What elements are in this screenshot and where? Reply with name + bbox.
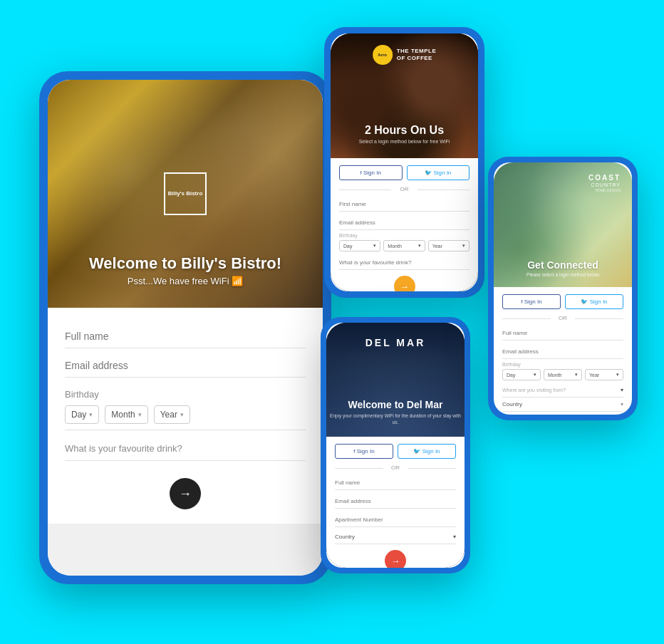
phone1-device: Billy's Bistro Welcome to Billy's Bistro… xyxy=(39,71,331,584)
billys-bistro-logo: Billy's Bistro xyxy=(164,172,207,215)
phone3-device: DEL MAR Welcome to Del Mar Enjoy your co… xyxy=(321,317,470,573)
phone2-title-section: 2 Hours On Us Select a login method belo… xyxy=(331,124,478,144)
phone2-form: f Sign In 🐦 Sign In OR Birthday Day▾ Mon… xyxy=(331,158,478,291)
phone4-birthday-label: Birthday xyxy=(502,362,623,367)
phone3-email-input[interactable] xyxy=(335,494,456,509)
year-chevron-icon: ▾ xyxy=(180,411,184,418)
phone2-birthday-label: Birthday xyxy=(339,233,470,238)
phone2-day-select[interactable]: Day▾ xyxy=(339,240,380,251)
or-divider: OR xyxy=(339,186,470,192)
year-select[interactable]: Year ▾ xyxy=(154,405,190,424)
phone4-email-input[interactable] xyxy=(502,345,623,359)
phone2-birthday-row: Day▾ Month▾ Year▾ xyxy=(339,240,470,251)
phone4-facebook-button[interactable]: f Sign In xyxy=(502,294,561,309)
phone2-frame: Arro THE TEMPLE OF COFFEE 2 Hours On Us … xyxy=(331,33,478,291)
fullname-input[interactable] xyxy=(65,331,306,342)
phone1-screen: Billy's Bistro Welcome to Billy's Bistro… xyxy=(48,80,323,576)
day-chevron-icon: ▾ xyxy=(89,411,93,418)
month-chevron-icon: ▾ xyxy=(138,411,142,418)
phone1-background: Billy's Bistro Welcome to Billy's Bistro… xyxy=(48,80,323,308)
month-select[interactable]: Month ▾ xyxy=(105,405,147,424)
phone2-email-input[interactable] xyxy=(339,216,470,230)
social-buttons: f Sign In 🐦 Sign In xyxy=(339,165,470,180)
favourite-field[interactable]: What is your favourite drink? xyxy=(65,433,306,461)
phone4-year-select[interactable]: Year▾ xyxy=(585,369,623,380)
coast-connect-subtitle: Please select a login method below xyxy=(494,272,632,277)
phone4-frame: COAST COUNTRY HOME DESIGN Get Connected … xyxy=(494,162,632,415)
phone4-country-select[interactable]: Where are you visiting from? ▾ xyxy=(502,383,623,398)
phone1-welcome-title: Welcome to Billy's Bistro! xyxy=(48,254,323,273)
phone1-form: Birthday Day ▾ Month ▾ Year ▾ xyxy=(48,308,323,524)
coast-country-logo: COAST COUNTRY HOME DESIGN xyxy=(588,174,621,192)
phone3-social-buttons: f Sign In 🐦 Sign In xyxy=(335,444,456,459)
phone2-background: Arro THE TEMPLE OF COFFEE 2 Hours On Us … xyxy=(331,33,478,158)
arro-badge: Arro xyxy=(373,45,393,65)
delmar-logo: DEL MAR xyxy=(365,337,426,348)
phone4-title-section: Get Connected Please select a login meth… xyxy=(494,259,632,277)
phone3-facebook-button[interactable]: f Sign In xyxy=(335,444,393,459)
phone3-submit-button[interactable]: → xyxy=(385,550,406,568)
phone4-form: f Sign In 🐦 Sign In OR Birthday Day▾ Mon… xyxy=(494,287,632,415)
phone1-frame: Billy's Bistro Welcome to Billy's Bistro… xyxy=(48,80,323,576)
phone3-country-select[interactable]: Country ▾ xyxy=(335,530,456,544)
phone4-country-chevron-icon: ▾ xyxy=(621,387,623,393)
phone3-twitter-button[interactable]: 🐦 Sign In xyxy=(398,444,456,459)
facebook-signin-button[interactable]: f Sign In xyxy=(339,165,403,180)
email-input[interactable] xyxy=(65,360,306,371)
hours-title: 2 Hours On Us xyxy=(331,124,478,137)
phone2-year-select[interactable]: Year▾ xyxy=(428,240,470,251)
birthday-field: Birthday Day ▾ Month ▾ Year ▾ xyxy=(65,380,306,430)
phone2-screen: Arro THE TEMPLE OF COFFEE 2 Hours On Us … xyxy=(331,33,478,291)
phone2-firstname-input[interactable] xyxy=(339,197,470,212)
phone3-screen: DEL MAR Welcome to Del Mar Enjoy your co… xyxy=(326,323,465,568)
birthday-label: Birthday xyxy=(65,389,306,400)
phone3-title-section: Welcome to Del Mar Enjoy your compliment… xyxy=(326,399,465,425)
phone3-apartment-input[interactable] xyxy=(335,513,456,527)
temple-brand-text: THE TEMPLE OF COFFEE xyxy=(397,48,437,63)
coast-connect-title: Get Connected xyxy=(494,259,632,271)
phone3-country-chevron-icon: ▾ xyxy=(453,534,456,540)
phone3-background: DEL MAR Welcome to Del Mar Enjoy your co… xyxy=(326,323,465,437)
phone4-or-divider: OR xyxy=(502,315,623,321)
phone4-birthday-row: Day▾ Month▾ Year▾ xyxy=(502,369,623,380)
phone4-twitter-button[interactable]: 🐦 Sign In xyxy=(565,294,623,309)
phone2-month-select[interactable]: Month▾ xyxy=(383,240,425,251)
phone4-month-select[interactable]: Month▾ xyxy=(544,369,582,380)
phone3-or-divider: OR xyxy=(335,464,456,471)
favourite-label: What is your favourite drink? xyxy=(65,443,182,454)
phone4-day-select[interactable]: Day▾ xyxy=(502,369,541,380)
phone4-country-value-chevron-icon: ▾ xyxy=(621,401,623,407)
phone4-background: COAST COUNTRY HOME DESIGN Get Connected … xyxy=(494,162,632,287)
phone4-country-value: Country xyxy=(502,401,522,407)
phone2-device: Arro THE TEMPLE OF COFFEE 2 Hours On Us … xyxy=(324,27,484,298)
twitter-signin-button[interactable]: 🐦 Sign In xyxy=(407,165,470,180)
day-select[interactable]: Day ▾ xyxy=(65,405,99,424)
birthday-selectors: Day ▾ Month ▾ Year ▾ xyxy=(65,405,306,424)
delmar-brand-text: DEL MAR xyxy=(365,337,426,348)
email-field[interactable] xyxy=(65,351,306,378)
delmar-welcome-subtitle: Enjoy your complimentary WiFi for the du… xyxy=(326,412,465,425)
phone2-submit-button[interactable]: → xyxy=(394,276,415,291)
phone3-frame: DEL MAR Welcome to Del Mar Enjoy your co… xyxy=(326,323,465,568)
phone2-logo: Arro THE TEMPLE OF COFFEE xyxy=(373,45,437,65)
phone4-screen: COAST COUNTRY HOME DESIGN Get Connected … xyxy=(494,162,632,415)
delmar-welcome-title: Welcome to Del Mar xyxy=(326,399,465,410)
phone4-social-buttons: f Sign In 🐦 Sign In xyxy=(502,294,623,309)
phone3-form: f Sign In 🐦 Sign In OR Country ▾ → xyxy=(326,437,465,568)
fullname-field[interactable] xyxy=(65,322,306,348)
phone3-fullname-input[interactable] xyxy=(335,476,456,490)
phone4-fullname-input[interactable] xyxy=(502,326,623,341)
phone1-welcome-subtitle: Psst...We have free WiFi 📶 xyxy=(48,276,323,286)
hours-subtitle: Select a login method below for free WiF… xyxy=(331,139,478,144)
phone1-welcome-section: Welcome to Billy's Bistro! Psst...We hav… xyxy=(48,254,323,286)
phone4-device: COAST COUNTRY HOME DESIGN Get Connected … xyxy=(488,157,638,420)
phone2-drink-input[interactable] xyxy=(339,256,470,270)
submit-button[interactable]: → xyxy=(170,478,201,509)
